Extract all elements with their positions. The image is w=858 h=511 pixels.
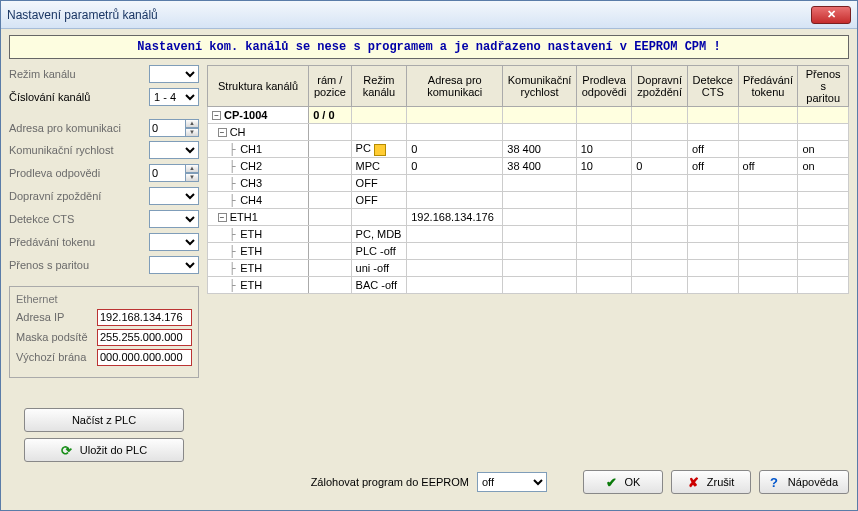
cell-frame — [309, 158, 351, 175]
content-area: Nastavení kom. kanálů se nese s programe… — [1, 29, 857, 510]
cell-frame — [309, 226, 351, 243]
token-select[interactable] — [149, 233, 199, 251]
tdelay-select[interactable] — [149, 187, 199, 205]
collapse-icon[interactable]: − — [212, 111, 221, 120]
mode-select[interactable] — [149, 65, 199, 83]
cell-mode: uni -off — [351, 260, 407, 277]
cell-addr — [407, 260, 503, 277]
cell-parity: on — [798, 141, 849, 158]
cell-cts — [687, 124, 738, 141]
table-row[interactable]: ├ ETHuni -off — [208, 260, 849, 277]
table-row[interactable]: −CH — [208, 124, 849, 141]
cell-token — [738, 209, 798, 226]
cell-delay: 10 — [576, 158, 632, 175]
table-row[interactable]: ├ CH4OFF — [208, 192, 849, 209]
cell-addr: 0 — [407, 141, 503, 158]
check-icon: ✔ — [606, 475, 620, 489]
cell-speed — [503, 175, 576, 192]
right-panel: Struktura kanálů rám / pozice Režim kaná… — [207, 65, 849, 462]
delay-input[interactable] — [149, 164, 185, 182]
cell-mode — [351, 124, 407, 141]
speed-select[interactable] — [149, 141, 199, 159]
parity-label: Přenos s paritou — [9, 259, 149, 271]
refresh-icon: ⟳ — [61, 443, 75, 457]
mask-input[interactable] — [97, 329, 192, 346]
read-plc-label: Načíst z PLC — [72, 414, 136, 426]
chevron-up-icon[interactable]: ▲ — [185, 119, 199, 128]
numbering-label: Číslování kanálů — [9, 91, 149, 103]
table-row[interactable]: ├ CH1PC038 40010offon — [208, 141, 849, 158]
cell-token — [738, 243, 798, 260]
table-row[interactable]: ├ CH2MPC038 400100offoffon — [208, 158, 849, 175]
numbering-select[interactable]: 1 - 4 — [149, 88, 199, 106]
cell-delay — [576, 175, 632, 192]
question-icon: ? — [770, 475, 783, 489]
cell-parity — [798, 260, 849, 277]
titlebar: Nastavení parametrů kanálů ✕ — [1, 1, 857, 29]
chevron-down-icon[interactable]: ▼ — [185, 173, 199, 182]
cell-delay — [576, 209, 632, 226]
col-addr: Adresa pro komunikaci — [407, 66, 503, 107]
cell-addr — [407, 175, 503, 192]
cell-tdelay — [632, 226, 688, 243]
cell-addr — [407, 277, 503, 294]
chevron-up-icon[interactable]: ▲ — [185, 164, 199, 173]
backup-select[interactable]: off — [477, 472, 547, 492]
ip-input[interactable] — [97, 309, 192, 326]
ok-button[interactable]: ✔ OK — [583, 470, 663, 494]
tree-node-label: CH2 — [240, 160, 262, 172]
tree-node-label: CH4 — [240, 194, 262, 206]
cancel-button[interactable]: ✘ Zrušit — [671, 470, 751, 494]
collapse-icon[interactable]: − — [218, 128, 227, 137]
col-parity: Přenos s paritou — [798, 66, 849, 107]
cell-mode — [351, 107, 407, 124]
cell-tdelay — [632, 175, 688, 192]
bottom-bar: Zálohovat program do EEPROM off ✔ OK ✘ Z… — [9, 462, 849, 494]
close-button[interactable]: ✕ — [811, 6, 851, 24]
cell-token — [738, 260, 798, 277]
parity-select[interactable] — [149, 256, 199, 274]
gw-input[interactable] — [97, 349, 192, 366]
collapse-icon[interactable]: − — [218, 213, 227, 222]
cell-mode: BAC -off — [351, 277, 407, 294]
tree-node-label: ETH — [240, 262, 262, 274]
cell-tdelay — [632, 209, 688, 226]
cell-parity — [798, 277, 849, 294]
cell-token — [738, 175, 798, 192]
cell-frame — [309, 141, 351, 158]
comm-addr-input[interactable] — [149, 119, 185, 137]
chevron-down-icon[interactable]: ▼ — [185, 128, 199, 137]
cell-parity — [798, 175, 849, 192]
tree-node-label: ETH1 — [230, 211, 258, 223]
save-plc-button[interactable]: ⟳ Uložit do PLC — [24, 438, 184, 462]
cell-parity — [798, 124, 849, 141]
cell-frame — [309, 243, 351, 260]
help-button[interactable]: ? Nápověda — [759, 470, 849, 494]
comm-addr-spinner[interactable]: ▲▼ — [149, 119, 199, 137]
table-row[interactable]: ├ ETHPLC -off — [208, 243, 849, 260]
close-icon: ✕ — [827, 8, 836, 21]
table-row[interactable]: −CP-10040 / 0 — [208, 107, 849, 124]
cell-parity — [798, 192, 849, 209]
table-row[interactable]: ├ ETHBAC -off — [208, 277, 849, 294]
cts-select[interactable] — [149, 210, 199, 228]
cell-cts — [687, 260, 738, 277]
tree-node-label: ETH — [240, 228, 262, 240]
ethernet-legend: Ethernet — [16, 293, 192, 305]
cell-mode: OFF — [351, 175, 407, 192]
cell-cts — [687, 209, 738, 226]
table-row[interactable]: ├ CH3OFF — [208, 175, 849, 192]
speed-label: Komunikační rychlost — [9, 144, 149, 156]
table-row[interactable]: ├ ETHPC, MDB — [208, 226, 849, 243]
dialog-window: Nastavení parametrů kanálů ✕ Nastavení k… — [0, 0, 858, 511]
read-plc-button[interactable]: Načíst z PLC — [24, 408, 184, 432]
delay-spinner[interactable]: ▲▼ — [149, 164, 199, 182]
cell-cts — [687, 277, 738, 294]
window-title: Nastavení parametrů kanálů — [7, 8, 811, 22]
cell-addr — [407, 192, 503, 209]
tree-node-label: ETH — [240, 279, 262, 291]
tree-node-label: CH3 — [240, 177, 262, 189]
table-row[interactable]: −ETH1192.168.134.176 — [208, 209, 849, 226]
cell-frame: 0 / 0 — [309, 107, 351, 124]
cell-frame — [309, 192, 351, 209]
